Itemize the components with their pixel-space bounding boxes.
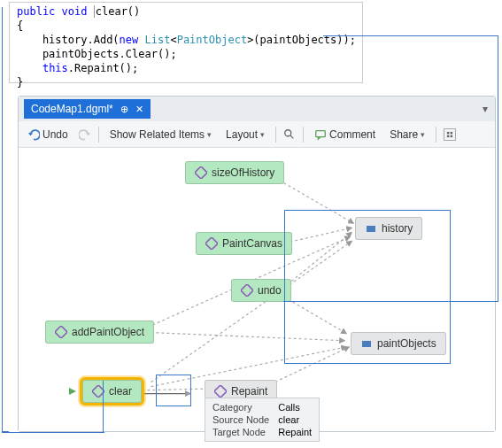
comment-icon [314, 128, 327, 141]
code-line: { [17, 19, 355, 33]
code-line: history.Add(new List<PaintObject>(paintO… [17, 33, 355, 47]
tab-codemap[interactable]: CodeMap1.dgml* ⊕ ✕ [24, 99, 151, 119]
svg-point-0 [285, 129, 291, 135]
search-icon[interactable] [283, 128, 296, 141]
code-line: this.Repaint(); [17, 61, 355, 75]
field-icon [360, 337, 373, 350]
method-icon [214, 385, 227, 398]
code-line: paintObjects.Clear(); [17, 47, 355, 61]
svg-rect-5 [447, 135, 450, 137]
field-icon [365, 222, 377, 235]
edge-tooltip: CategoryCalls Source Nodeclear Target No… [205, 398, 320, 442]
method-icon [195, 166, 207, 179]
fit-zoom-icon[interactable] [444, 128, 456, 141]
svg-line-1 [290, 135, 294, 138]
svg-rect-7 [195, 166, 207, 179]
svg-rect-13 [92, 385, 104, 398]
code-line: } [17, 75, 355, 89]
svg-rect-9 [205, 237, 218, 250]
codemap-window: CodeMap1.dgml* ⊕ ✕ ▾ Undo Show Related I… [18, 96, 496, 432]
tab-menu-arrow-icon[interactable]: ▾ [483, 103, 488, 115]
svg-rect-3 [447, 131, 450, 134]
svg-rect-14 [214, 385, 227, 398]
node-history[interactable]: history [355, 217, 422, 240]
method-icon [205, 237, 218, 250]
node-clear[interactable]: clear [82, 380, 142, 403]
redo-icon[interactable] [79, 128, 91, 141]
tab-title: CodeMap1.dgml* [31, 103, 113, 115]
pin-icon[interactable]: ⊕ [120, 104, 128, 115]
method-icon [55, 326, 67, 338]
code-line: public void clear() [17, 4, 355, 19]
method-icon [241, 284, 253, 297]
show-related-button[interactable]: Show Related Items [106, 127, 215, 143]
close-icon[interactable]: ✕ [135, 104, 143, 115]
svg-rect-8 [367, 226, 375, 232]
tab-bar: CodeMap1.dgml* ⊕ ✕ ▾ [19, 97, 495, 121]
node-sizeofhistory[interactable]: sizeOfHistory [185, 161, 284, 184]
toolbar: Undo Show Related Items Layout Comment S… [19, 121, 495, 148]
svg-rect-12 [362, 341, 371, 347]
entry-arrow-icon [67, 386, 78, 397]
comment-button[interactable]: Comment [311, 127, 379, 143]
code-snippet-panel: public void clear() { history.Add(new Li… [9, 2, 363, 83]
svg-rect-4 [451, 131, 453, 134]
svg-rect-11 [55, 326, 67, 338]
svg-rect-10 [241, 284, 253, 297]
undo-icon [27, 128, 40, 141]
undo-button[interactable]: Undo [24, 127, 72, 143]
callout-box [156, 375, 191, 406]
layout-button[interactable]: Layout [222, 127, 268, 143]
node-undo[interactable]: undo [231, 279, 291, 302]
svg-rect-6 [451, 135, 453, 137]
method-icon [92, 385, 104, 398]
node-paintcanvas[interactable]: PaintCanvas [196, 232, 292, 255]
node-paintobjects[interactable]: paintObjects [351, 332, 446, 355]
svg-rect-2 [316, 130, 326, 136]
graph-canvas[interactable]: sizeOfHistory history PaintCanvas undo a… [19, 148, 495, 431]
node-addpaintobject[interactable]: addPaintObject [45, 321, 154, 344]
share-button[interactable]: Share [386, 127, 429, 143]
